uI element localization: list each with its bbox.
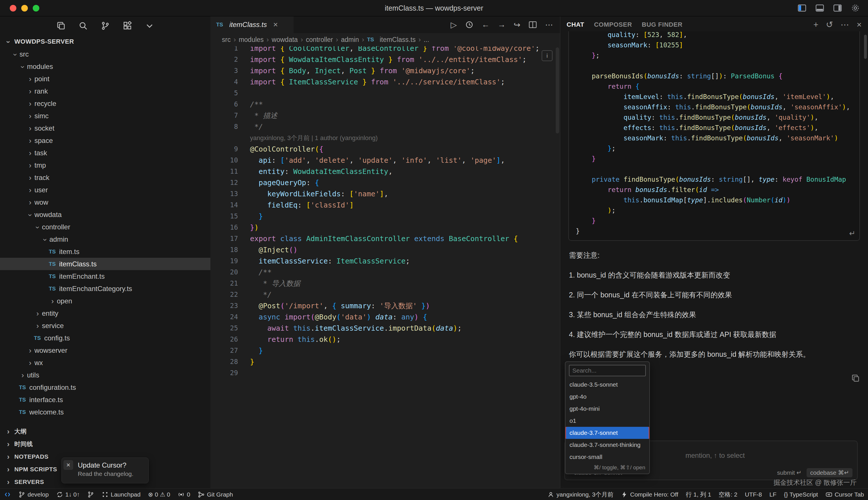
tab-bug-finder[interactable]: BUG FINDER — [642, 21, 683, 29]
new-chat-icon[interactable]: + — [813, 20, 819, 29]
breadcrumb-item[interactable]: modules — [239, 36, 264, 44]
status-item-utf-8[interactable]: UTF-8 — [745, 491, 762, 498]
breadcrumb-file[interactable]: itemClass.ts — [380, 36, 415, 44]
tree-item-simc[interactable]: ›simc — [0, 110, 210, 122]
tree-item-welcome.ts[interactable]: TSwelcome.ts — [0, 406, 210, 418]
go-to-icon[interactable]: ↪ — [514, 20, 521, 30]
settings-gear-icon[interactable] — [851, 3, 860, 13]
run-file-icon[interactable]: ▷ — [450, 20, 457, 30]
tree-item-open[interactable]: ›open — [0, 295, 210, 307]
tree-item-itemClass.ts[interactable]: TSitemClass.ts — [0, 258, 210, 270]
tree-item-config.ts[interactable]: TSconfig.ts — [0, 332, 210, 344]
copy-message-icon[interactable] — [852, 374, 860, 383]
status-item-git-graph[interactable]: Git Graph — [198, 491, 233, 498]
status-item-空格:-2[interactable]: 空格: 2 — [719, 490, 738, 499]
status-item-develop[interactable]: develop — [19, 491, 49, 498]
tree-item-rank[interactable]: ›rank — [0, 85, 210, 97]
breadcrumb-more[interactable]: ... — [424, 36, 429, 44]
status-item-lf[interactable]: LF — [769, 491, 776, 498]
toggle-secondary-sidebar-icon[interactable] — [833, 3, 842, 13]
tab-itemclass[interactable]: TS itemClass.ts × — [210, 16, 294, 33]
tree-item-interface.ts[interactable]: TSinterface.ts — [0, 394, 210, 406]
tree-item-item.ts[interactable]: TSitem.ts — [0, 246, 210, 258]
tree-item-socket[interactable]: ›socket — [0, 122, 210, 134]
status-item-⊗-0-⚠-0[interactable]: ⊗ 0 ⚠ 0 — [148, 491, 170, 498]
timeline-history-icon[interactable] — [465, 20, 473, 29]
checkpoint-back-icon[interactable]: ← — [482, 20, 490, 29]
model-option-gpt-4o[interactable]: gpt-4o — [566, 391, 649, 403]
search-icon[interactable] — [79, 21, 88, 31]
source-control-icon[interactable] — [101, 21, 110, 31]
model-option-claude-3.7-sonnet[interactable]: claude-3.7-sonnet — [566, 427, 649, 439]
editor-scrollbar[interactable] — [556, 47, 559, 134]
checkpoint-forward-icon[interactable]: → — [498, 20, 506, 29]
sidebar-section-大纲[interactable]: ›大纲 — [0, 425, 210, 438]
tree-item-task[interactable]: ›task — [0, 147, 210, 159]
tree-item-utils[interactable]: ›utils — [0, 369, 210, 381]
toggle-panel-icon[interactable] — [815, 3, 824, 13]
close-notification-icon[interactable]: × — [64, 460, 73, 470]
tree-item-wow[interactable]: ›wow — [0, 196, 210, 208]
chevron-down-icon[interactable] — [145, 21, 154, 31]
tree-item-tmp[interactable]: ›tmp — [0, 159, 210, 171]
tree-item-wowdata[interactable]: ›wowdata — [0, 208, 210, 221]
tree-item-itemEnchantCategory.ts[interactable]: TSitemEnchantCategory.ts — [0, 282, 210, 295]
model-option-o1[interactable]: o1 — [566, 415, 649, 427]
extensions-icon[interactable] — [123, 21, 132, 31]
tree-item-point[interactable]: ›point — [0, 72, 210, 85]
status-item-branch[interactable] — [87, 491, 94, 498]
breadcrumb[interactable]: src›modules›wowdata›controller›admin›TSi… — [210, 33, 560, 46]
status-item-yangxinlong,-3个月前[interactable]: yangxinlong, 3个月前 — [547, 490, 613, 499]
more-actions-icon[interactable]: ⋯ — [545, 20, 553, 30]
model-option-claude-3.7-sonnet-thinking[interactable]: claude-3.7-sonnet-thinking — [566, 439, 649, 451]
tree-item-src[interactable]: ›src — [0, 48, 210, 60]
tree-item-service[interactable]: ›service — [0, 319, 210, 332]
status-item-remote[interactable] — [4, 491, 11, 498]
codebase-button[interactable]: codebase ⌘↵ — [807, 468, 853, 477]
breadcrumb-item[interactable]: admin — [341, 36, 359, 44]
status-item-1↓-0↑[interactable]: 1↓ 0↑ — [56, 491, 80, 498]
split-editor-icon[interactable] — [528, 20, 537, 29]
model-option-cursor-small[interactable]: cursor-small — [566, 451, 649, 463]
submit-button[interactable]: submit ↵ — [777, 469, 801, 476]
tab-composer[interactable]: COMPOSER — [594, 21, 632, 29]
model-option-claude-3.5-sonnet[interactable]: claude-3.5-sonnet — [566, 378, 649, 391]
status-item-{}-typescript[interactable]: {} TypeScript — [784, 491, 818, 498]
tree-item-admin[interactable]: ›admin — [0, 233, 210, 246]
tree-item-space[interactable]: ›space — [0, 134, 210, 147]
status-item-compile-hero:-off[interactable]: Compile Hero: Off — [621, 491, 678, 498]
explorer-copy-icon[interactable] — [57, 21, 66, 31]
tab-chat[interactable]: CHAT — [567, 21, 584, 29]
close-tab-icon[interactable]: × — [270, 20, 278, 29]
model-option-gpt-4o-mini[interactable]: gpt-4o-mini — [566, 403, 649, 415]
project-root-header[interactable]: › WOWDPS-SERVER — [0, 35, 210, 48]
chat-history-icon[interactable]: ↺ — [826, 20, 833, 29]
insert-at-cursor-icon[interactable]: ↵ — [849, 229, 855, 238]
breadcrumb-item[interactable]: wowdata — [272, 36, 298, 44]
inline-hint-icon[interactable]: i — [541, 50, 552, 61]
breadcrumb-item[interactable]: controller — [306, 36, 333, 44]
status-item-cursor-tab[interactable]: Cursor Tab — [825, 491, 864, 498]
status-item-0[interactable]: 0 — [178, 491, 190, 498]
tree-item-itemEnchant.ts[interactable]: TSitemEnchant.ts — [0, 270, 210, 282]
status-item-行-1,-列-1[interactable]: 行 1, 列 1 — [686, 490, 711, 499]
tree-item-wowserver[interactable]: ›wowserver — [0, 344, 210, 356]
tree-item-entity[interactable]: ›entity — [0, 307, 210, 319]
toggle-sidebar-icon[interactable] — [797, 3, 807, 13]
sidebar-section-时间线[interactable]: ›时间线 — [0, 438, 210, 450]
code-editor[interactable]: 1import { CoolController, BaseController… — [210, 46, 560, 488]
model-search-input[interactable] — [569, 365, 646, 376]
tree-item-controller[interactable]: ›controller — [0, 221, 210, 233]
tree-item-wx[interactable]: ›wx — [0, 356, 210, 369]
tree-item-user[interactable]: ›user — [0, 184, 210, 196]
chat-more-icon[interactable]: ⋯ — [841, 20, 849, 29]
breadcrumb-item[interactable]: src — [222, 36, 231, 44]
tree-item-configuration.ts[interactable]: TSconfiguration.ts — [0, 381, 210, 394]
close-chat-icon[interactable]: × — [857, 20, 862, 29]
notification-changelog-link[interactable]: Read the changelog. — [78, 470, 148, 477]
chat-scrollbar[interactable] — [864, 35, 867, 59]
tree-item-modules[interactable]: ›modules — [0, 60, 210, 72]
tree-item-track[interactable]: ›track — [0, 171, 210, 184]
status-item-launchpad[interactable]: Launchpad — [102, 491, 141, 498]
tree-item-recycle[interactable]: ›recycle — [0, 97, 210, 110]
